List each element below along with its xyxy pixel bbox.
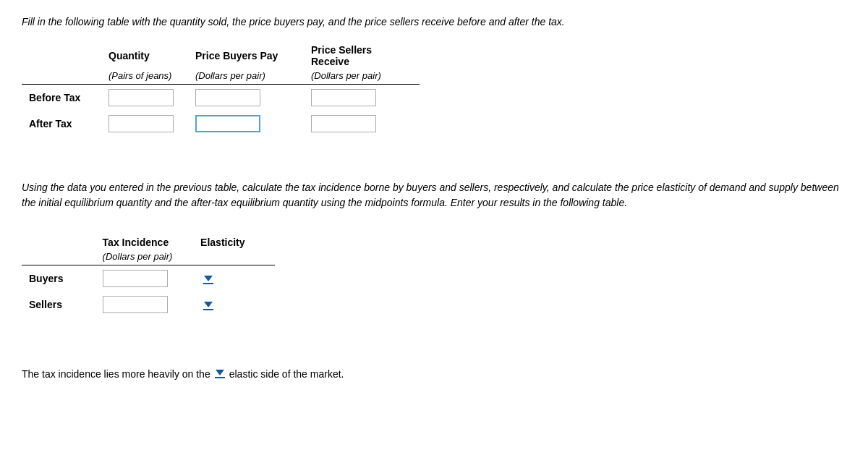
sellers-dropdown-underline [203,309,213,310]
after-tax-sellers-input[interactable] [311,115,376,132]
before-tax-buyers-input[interactable] [195,89,260,106]
sellers-taxinc-cell [95,292,193,318]
table1-header-empty [22,43,101,69]
table2-subheader-empty [22,250,95,265]
buyers-dropdown-arrow [203,276,213,284]
table2-subheader-row: (Dollars per pair) [22,250,275,265]
bottom-dropdown[interactable] [213,370,226,378]
table1-subheader-empty [22,69,101,85]
bottom-sentence: The tax incidence lies more heavily on t… [22,368,846,380]
table2-section: Tax Incidence Elasticity (Dollars per pa… [22,235,846,318]
buyers-elasticity-cell [193,265,275,292]
buyers-elasticity-dropdown[interactable] [200,274,216,286]
sellers-label: Sellers [22,292,95,318]
table2-subheader-elast [193,250,275,265]
table2-header-elast: Elasticity [193,235,275,250]
table-row: Buyers [22,265,275,292]
sellers-elasticity-dropdown[interactable] [200,300,216,312]
sellers-elasticity-cell [193,292,275,318]
before-tax-quantity-input[interactable] [109,89,174,106]
table-row: After Tax [22,111,420,137]
before-tax-quantity-cell [101,85,188,111]
bottom-sentence-after: elastic side of the market. [229,368,344,380]
before-tax-buyers-cell [188,85,304,111]
table1: Quantity Price Buyers Pay Price Sellers … [22,43,420,137]
spacer-3 [22,339,846,354]
buyers-taxinc-input[interactable] [103,270,168,287]
table1-section: Quantity Price Buyers Pay Price Sellers … [22,43,846,137]
table1-subheader-row: (Pairs of jeans) (Dollars per pair) (Dol… [22,69,420,85]
after-tax-quantity-cell [101,111,188,137]
table1-header-quantity: Quantity [101,43,188,69]
buyers-dropdown-underline [203,283,213,284]
table1-header-sellers: Price Sellers Receive [304,43,420,69]
table2-header-row: Tax Incidence Elasticity [22,235,275,250]
bottom-dropdown-underline [215,377,225,378]
after-tax-quantity-input[interactable] [109,115,174,132]
spacer-2 [22,224,846,235]
table1-subheader-sellers: (Dollars per pair) [304,69,420,85]
sellers-dropdown-chevron-icon [204,302,213,307]
table2-subheader-taxinc: (Dollars per pair) [95,250,193,265]
table2-header-empty [22,235,95,250]
bottom-dropdown-chevron-icon [216,370,224,375]
table2: Tax Incidence Elasticity (Dollars per pa… [22,235,275,318]
table1-header-row: Quantity Price Buyers Pay Price Sellers … [22,43,420,69]
table-row: Before Tax [22,85,420,111]
before-tax-sellers-input[interactable] [311,89,376,106]
after-tax-label: After Tax [22,111,101,137]
table2-header-taxinc: Tax Incidence [95,235,193,250]
buyers-label: Buyers [22,265,95,292]
before-tax-label: Before Tax [22,85,101,111]
instruction-2: Using the data you entered in the previo… [22,180,846,211]
bottom-dropdown-arrow [215,370,225,378]
table1-header-buyers: Price Buyers Pay [188,43,304,69]
table-row: Sellers [22,292,275,318]
sellers-taxinc-input[interactable] [103,296,168,313]
buyers-taxinc-cell [95,265,193,292]
before-tax-sellers-cell [304,85,420,111]
after-tax-sellers-cell [304,111,420,137]
instruction-1: Fill in the following table with the qua… [22,14,846,30]
table1-subheader-quantity: (Pairs of jeans) [101,69,188,85]
table1-subheader-buyers: (Dollars per pair) [188,69,304,85]
sellers-dropdown-arrow [203,302,213,310]
after-tax-buyers-cell [188,111,304,137]
spacer-1 [22,158,846,180]
buyers-dropdown-chevron-icon [204,276,213,281]
after-tax-buyers-input[interactable] [195,115,260,132]
bottom-sentence-before: The tax incidence lies more heavily on t… [22,368,210,380]
